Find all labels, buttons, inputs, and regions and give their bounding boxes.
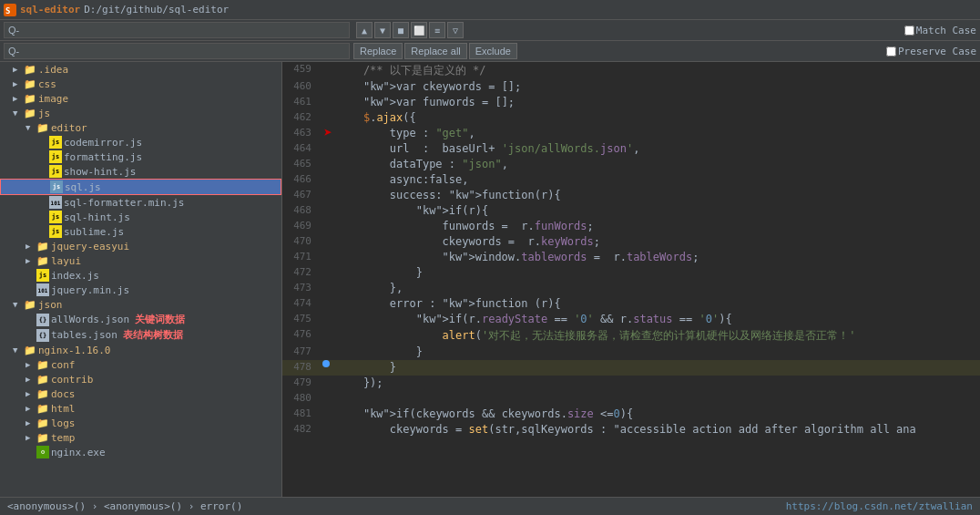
tree-item-nginx-exe[interactable]: ⚙nginx.exe bbox=[0, 445, 281, 459]
json-icon: {} bbox=[36, 329, 49, 342]
tree-item-json[interactable]: ▼📁json bbox=[0, 297, 281, 312]
tree-item-sql[interactable]: jssql.js bbox=[0, 179, 281, 195]
search-nav-icons: ▲ ▼ ■ ⬜ ≡ ▽ bbox=[356, 22, 464, 38]
tree-label: nginx.exe bbox=[51, 447, 106, 458]
folder-icon: 📁 bbox=[36, 417, 49, 429]
url-link: https://blog.csdn.net/ztwallian bbox=[786, 500, 973, 512]
tree-item-allWords[interactable]: {}allWords.json关键词数据 bbox=[0, 312, 281, 327]
code-line: 471 "kw">window.tablewords = r.tableWord… bbox=[282, 250, 980, 265]
tree-item-sublime[interactable]: jssublime.js bbox=[0, 224, 281, 239]
tree-item-image[interactable]: ▶📁image bbox=[0, 91, 281, 106]
tree-label: json bbox=[38, 299, 63, 311]
filter-icon[interactable]: ≡ bbox=[429, 22, 445, 38]
line-content: $.ajax({ bbox=[333, 110, 980, 125]
tree-item-logs[interactable]: ▶📁logs bbox=[0, 416, 281, 430]
code-line: 472 } bbox=[282, 265, 980, 281]
folder-icon: 📁 bbox=[36, 402, 49, 415]
app-icon: S bbox=[4, 4, 16, 16]
tree-label: css bbox=[38, 78, 56, 90]
line-number: 462 bbox=[282, 110, 319, 123]
tree-item-sql-hint[interactable]: jssql-hint.js bbox=[0, 210, 281, 224]
code-line: 459 /** 以下是自定义的 */ bbox=[282, 62, 980, 79]
line-gutter bbox=[319, 360, 333, 367]
match-case-checkbox[interactable]: Match Case bbox=[904, 25, 976, 36]
folder-icon: 📁 bbox=[24, 298, 36, 311]
line-number: 477 bbox=[282, 345, 319, 357]
code-editor[interactable]: 459 /** 以下是自定义的 */460 "kw">var ckeywords… bbox=[282, 62, 980, 497]
line-number: 460 bbox=[282, 79, 319, 92]
code-line: 470 ckeywords = r.keyWords; bbox=[282, 234, 980, 250]
nav-down-icon[interactable]: ▼ bbox=[374, 22, 391, 38]
tree-item-css[interactable]: ▶📁css bbox=[0, 77, 281, 91]
js-icon: js bbox=[49, 165, 62, 178]
line-number: 479 bbox=[282, 376, 319, 388]
tree-label: codemirror.js bbox=[64, 137, 142, 149]
tree-item-index[interactable]: jsindex.js bbox=[0, 268, 281, 283]
tree-arrow-icon: ▶ bbox=[26, 242, 36, 251]
tree-item-docs[interactable]: ▶📁docs bbox=[0, 386, 281, 401]
tree-item-jquery-min[interactable]: 101jquery.min.js bbox=[0, 283, 281, 297]
tree-label: tables.json bbox=[51, 329, 117, 341]
tree-item-tables[interactable]: {}tables.json表结构树数据 bbox=[0, 327, 281, 343]
tree-annotation: 表结构树数据 bbox=[123, 328, 183, 342]
tree-label: jquery.min.js bbox=[51, 284, 129, 296]
tree-label: jquery-easyui bbox=[51, 241, 129, 252]
tree-label: js bbox=[38, 108, 50, 119]
funnel-icon[interactable]: ▽ bbox=[447, 22, 464, 38]
tree-label: image bbox=[38, 93, 68, 105]
exclude-button[interactable]: Exclude bbox=[469, 43, 517, 59]
tree-item-conf[interactable]: ▶📁conf bbox=[0, 357, 281, 372]
tree-item-jquery-easyui[interactable]: ▶📁jquery-easyui bbox=[0, 239, 281, 253]
tree-label: logs bbox=[51, 417, 76, 429]
code-line: 464 url : baseUrl+ 'json/allWords.json', bbox=[282, 141, 980, 157]
folder-icon: 📁 bbox=[24, 344, 36, 356]
replace-input[interactable] bbox=[4, 43, 350, 59]
line-content: "kw">if(r){ bbox=[333, 203, 980, 218]
tree-annotation: 关键词数据 bbox=[135, 313, 185, 326]
folder-icon: 📁 bbox=[36, 121, 49, 134]
replace-button[interactable]: Replace bbox=[353, 43, 403, 59]
code-line: 462 $.ajax({ bbox=[282, 110, 980, 126]
tree-item-show-hint[interactable]: jsshow-hint.js bbox=[0, 164, 281, 179]
toolbar: S sql-editor D:/git/github/sql-editor bbox=[0, 0, 980, 20]
tree-arrow-icon: ▼ bbox=[26, 123, 36, 132]
replace-all-button[interactable]: Replace all bbox=[404, 43, 466, 59]
line-number: 469 bbox=[282, 219, 319, 232]
search-bar-top: ▲ ▼ ■ ⬜ ≡ ▽ Match Case bbox=[0, 20, 980, 41]
tree-arrow-icon: ▶ bbox=[26, 433, 36, 442]
tree-arrow-icon: ▶ bbox=[13, 65, 24, 74]
nav-up-icon[interactable]: ▲ bbox=[356, 22, 373, 38]
tree-item-sql-formatter[interactable]: 101sql-formatter.min.js bbox=[0, 195, 281, 210]
folder-icon: 📁 bbox=[36, 254, 49, 267]
code-line: 473 }, bbox=[282, 281, 980, 296]
line-content: "kw">if(ckeywords && ckeywords.size <=0)… bbox=[333, 407, 980, 421]
tree-label: docs bbox=[51, 388, 76, 400]
tree-label: editor bbox=[51, 122, 87, 134]
close-search-icon[interactable]: ■ bbox=[393, 22, 409, 38]
folder-icon: 📁 bbox=[24, 77, 36, 90]
tree-item-layui[interactable]: ▶📁layui bbox=[0, 253, 281, 268]
tree-arrow-icon: ▶ bbox=[26, 360, 36, 369]
tree-item-js[interactable]: ▼📁js bbox=[0, 106, 281, 120]
folder-icon: 📁 bbox=[36, 373, 49, 386]
js-icon: js bbox=[36, 269, 49, 282]
line-number: 465 bbox=[282, 157, 319, 170]
app-title: sql-editor bbox=[20, 4, 80, 15]
tree-item-temp[interactable]: ▶📁temp bbox=[0, 430, 281, 445]
tree-item-contrib[interactable]: ▶📁contrib bbox=[0, 372, 281, 386]
folder-icon: 📁 bbox=[36, 358, 49, 371]
tree-item-idea[interactable]: ▶📁.idea bbox=[0, 62, 281, 77]
svg-text:S: S bbox=[5, 6, 10, 15]
tree-item-codemirror[interactable]: jscodemirror.js bbox=[0, 135, 281, 149]
search-extra-icon[interactable]: ⬜ bbox=[411, 22, 427, 38]
find-input[interactable] bbox=[4, 22, 350, 38]
line-content: }); bbox=[333, 376, 980, 390]
tree-label: show-hint.js bbox=[64, 166, 136, 178]
line-content: ckeywords = r.keyWords; bbox=[333, 234, 980, 249]
line-content: } bbox=[333, 265, 980, 280]
tree-item-editor[interactable]: ▼📁editor bbox=[0, 120, 281, 135]
tree-item-formatting[interactable]: jsformatting.js bbox=[0, 149, 281, 164]
tree-item-html[interactable]: ▶📁html bbox=[0, 401, 281, 416]
preserve-case-checkbox[interactable]: Preserve Case bbox=[886, 46, 976, 57]
tree-item-nginx[interactable]: ▼📁nginx-1.16.0 bbox=[0, 343, 281, 357]
